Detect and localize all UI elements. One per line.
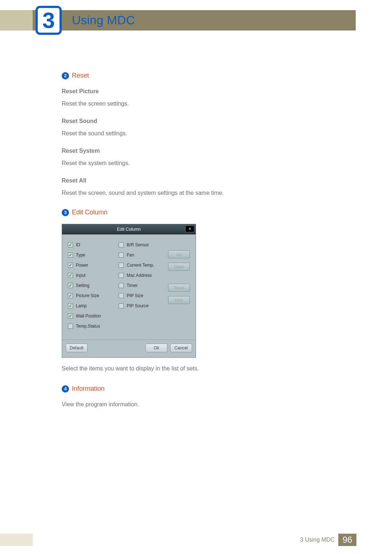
checkbox-icon	[68, 283, 73, 288]
section-information-title: Information	[72, 384, 105, 394]
checkbox-column-2: B/R Sensor Fan Current Temp. Mac Address…	[119, 242, 166, 329]
up-button[interactable]: Up	[168, 250, 190, 258]
show-button[interactable]: Show	[168, 284, 190, 292]
section-reset-title: Reset	[72, 71, 89, 81]
reset-all-text: Reset the screen, sound and system setti…	[62, 189, 338, 197]
bullet-2-icon: 2	[62, 72, 69, 79]
checkbox-icon	[68, 293, 73, 298]
checkbox-icon	[119, 242, 124, 247]
reset-picture-heading: Reset Picture	[62, 87, 338, 96]
checkbox-icon	[119, 263, 124, 268]
chapter-badge: 3	[36, 6, 62, 35]
dialog-title-text: Edit Column	[117, 226, 140, 233]
cancel-button[interactable]: Cancel	[170, 344, 192, 352]
reset-system-text: Reset the system settings.	[62, 159, 338, 168]
chk-current-temp[interactable]: Current Temp.	[119, 262, 166, 268]
chk-lamp[interactable]: Lamp	[68, 303, 119, 309]
checkbox-icon	[119, 293, 124, 298]
chk-mac-address[interactable]: Mac Address	[119, 272, 166, 279]
reset-system-heading: Reset System	[62, 147, 338, 155]
bullet-3-icon: 3	[62, 209, 69, 216]
chk-temp-status[interactable]: Temp.Status	[68, 323, 119, 329]
chk-br-sensor[interactable]: B/R Sensor	[119, 242, 166, 248]
default-button[interactable]: Default	[66, 344, 87, 352]
page-number: 96	[338, 534, 356, 546]
checkbox-column-1: ID Type Power Input Setting Picture Size…	[68, 242, 119, 329]
chk-picture-size[interactable]: Picture Size	[68, 292, 119, 299]
information-caption: View the program information.	[62, 400, 338, 409]
edit-column-dialog: Edit Column × ID Type Power Input Settin…	[62, 224, 196, 358]
dialog-close-button[interactable]: ×	[185, 226, 194, 232]
checkbox-icon	[68, 253, 73, 258]
checkbox-icon	[68, 263, 73, 268]
checkbox-icon	[68, 313, 73, 319]
chk-pip-source[interactable]: PIP Source	[119, 303, 166, 309]
chk-setting[interactable]: Setting	[68, 282, 119, 289]
close-icon: ×	[188, 225, 191, 233]
chk-timer[interactable]: Timer	[119, 282, 166, 289]
section-information-heading: 4 Information	[62, 384, 338, 394]
down-button[interactable]: Down	[168, 263, 190, 271]
header-accent-left	[0, 10, 33, 30]
footer-chapter-label: 3 Using MDC	[300, 537, 335, 543]
dialog-footer: Default Ok Cancel	[62, 340, 196, 357]
checkbox-icon	[119, 283, 124, 288]
editcolumn-caption: Select the items you want to display in …	[62, 364, 338, 373]
chk-pip-size[interactable]: PIP Size	[119, 292, 166, 299]
dialog-side-buttons: Up Down Show Hide	[166, 242, 192, 329]
reset-picture-text: Reset the screen settings.	[62, 99, 338, 108]
chapter-title: Using MDC	[72, 13, 135, 27]
section-editcolumn-title: Edit Column	[72, 208, 107, 217]
checkbox-icon	[68, 324, 73, 329]
hide-button[interactable]: Hide	[168, 296, 190, 304]
chapter-number: 3	[42, 9, 55, 32]
checkbox-icon	[119, 253, 124, 258]
reset-sound-heading: Reset Sound	[62, 117, 338, 126]
chk-wall-position[interactable]: Wall Position	[68, 313, 119, 319]
checkbox-icon	[68, 273, 73, 278]
chk-type[interactable]: Type	[68, 252, 119, 258]
checkbox-icon	[119, 303, 124, 308]
reset-all-heading: Reset All	[62, 176, 338, 185]
chk-id[interactable]: ID	[68, 242, 119, 248]
checkbox-icon	[68, 303, 73, 308]
chk-power[interactable]: Power	[68, 262, 119, 268]
bullet-4-icon: 4	[62, 385, 69, 393]
section-editcolumn-heading: 3 Edit Column	[62, 208, 338, 217]
checkbox-icon	[119, 273, 124, 278]
section-reset-heading: 2 Reset	[62, 71, 338, 81]
ok-button[interactable]: Ok	[146, 344, 167, 352]
chk-input[interactable]: Input	[68, 272, 119, 279]
page-footer: 3 Using MDC 96	[0, 534, 392, 546]
footer-accent-left	[0, 534, 33, 546]
checkbox-icon	[68, 242, 73, 247]
reset-sound-text: Reset the sound settings.	[62, 129, 338, 138]
dialog-titlebar: Edit Column ×	[62, 224, 196, 234]
chk-fan[interactable]: Fan	[119, 252, 166, 258]
